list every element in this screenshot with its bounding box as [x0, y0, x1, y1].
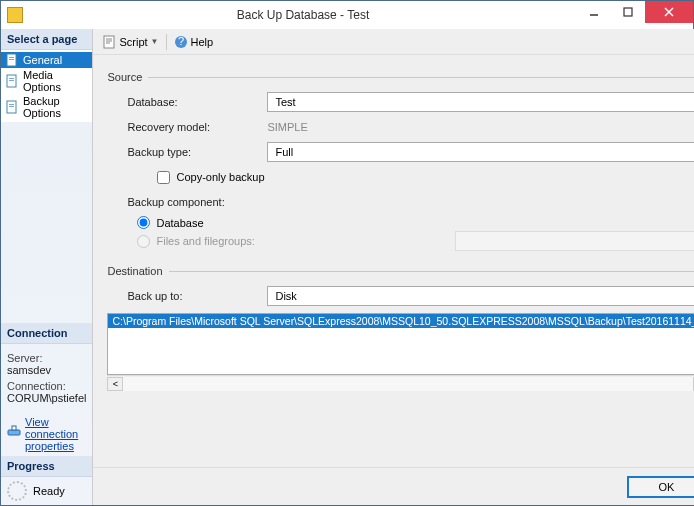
sidebar-item-label: Media Options — [23, 69, 88, 93]
database-select[interactable]: Test — [267, 92, 694, 112]
sidebar: Select a page General Media Options Back… — [1, 29, 93, 505]
content: Source Database: Test Recovery model: SI… — [93, 55, 694, 467]
divider — [169, 271, 694, 272]
database-label: Database: — [127, 96, 267, 108]
horizontal-scrollbar[interactable]: < > — [107, 375, 694, 391]
progress-spinner-icon — [7, 481, 27, 501]
copy-only-checkbox[interactable] — [157, 171, 170, 184]
page-icon — [5, 53, 19, 67]
svg-rect-9 — [9, 80, 14, 81]
connection-label: Connection: — [7, 380, 86, 392]
svg-text:?: ? — [177, 35, 183, 47]
help-icon: ? — [174, 35, 188, 49]
svg-rect-1 — [624, 8, 632, 16]
page-icon — [5, 74, 19, 88]
toolbar: Script ▼ ? Help — [93, 29, 694, 55]
destination-label: Destination — [107, 265, 162, 277]
svg-rect-12 — [9, 106, 14, 107]
destination-item[interactable]: C:\Program Files\Microsoft SQL Server\SQ… — [108, 314, 694, 328]
filegroups-input — [455, 231, 694, 251]
sidebar-item-backup-options[interactable]: Backup Options — [1, 94, 92, 120]
script-icon — [102, 35, 116, 49]
svg-rect-6 — [9, 59, 14, 60]
window-title: Back Up Database - Test — [29, 8, 577, 22]
ok-button[interactable]: OK — [627, 476, 694, 498]
svg-rect-13 — [8, 430, 20, 435]
server-label: Server: — [7, 352, 86, 364]
chevron-down-icon: ▼ — [151, 37, 159, 46]
backup-component-label: Backup component: — [127, 196, 267, 208]
svg-rect-11 — [9, 104, 14, 105]
page-list: General Media Options Backup Options — [1, 50, 92, 122]
window-controls — [577, 1, 693, 29]
connection-block: Server: samsdev Connection: CORUM\pstief… — [1, 344, 92, 456]
source-label: Source — [107, 71, 142, 83]
sidebar-header: Select a page — [1, 29, 92, 50]
copy-only-label: Copy-only backup — [176, 171, 264, 183]
body: Select a page General Media Options Back… — [1, 29, 693, 505]
sidebar-item-label: General — [23, 54, 62, 66]
sidebar-item-label: Backup Options — [23, 95, 88, 119]
scroll-left-icon[interactable]: < — [107, 377, 123, 391]
script-button[interactable]: Script ▼ — [99, 33, 161, 51]
sidebar-item-media-options[interactable]: Media Options — [1, 68, 92, 94]
radio-filegroups — [137, 235, 150, 248]
progress-row: Ready — [1, 477, 92, 505]
connection-icon — [7, 424, 21, 438]
script-label: Script — [119, 36, 147, 48]
radio-filegroups-label: Files and filegroups: — [156, 235, 254, 247]
source-group: Source — [107, 71, 694, 83]
radio-database[interactable] — [137, 216, 150, 229]
svg-rect-15 — [104, 36, 114, 48]
progress-status: Ready — [33, 485, 65, 497]
help-button[interactable]: ? Help — [171, 33, 217, 51]
connection-header: Connection — [1, 323, 92, 344]
backup-type-label: Backup type: — [127, 146, 267, 158]
backup-to-select[interactable]: Disk — [267, 286, 694, 306]
main: Script ▼ ? Help Source Database: — [93, 29, 694, 505]
sidebar-spacer — [1, 122, 92, 323]
backup-dialog: Back Up Database - Test Select a page Ge… — [0, 0, 694, 506]
divider — [148, 77, 694, 78]
recovery-label: Recovery model: — [127, 121, 267, 133]
radio-database-label: Database — [156, 217, 203, 229]
destination-list[interactable]: C:\Program Files\Microsoft SQL Server\SQ… — [107, 313, 694, 375]
svg-rect-5 — [9, 57, 14, 58]
help-label: Help — [191, 36, 214, 48]
progress-header: Progress — [1, 456, 92, 477]
scroll-track[interactable] — [123, 377, 693, 391]
page-icon — [5, 100, 19, 114]
maximize-button[interactable] — [611, 1, 645, 23]
app-icon — [7, 7, 23, 23]
close-button[interactable] — [645, 1, 693, 23]
recovery-value: SIMPLE — [267, 121, 694, 133]
svg-rect-14 — [12, 426, 16, 430]
view-connection-link[interactable]: View connection properties — [25, 416, 86, 452]
titlebar: Back Up Database - Test — [1, 1, 693, 29]
destination-group: Destination — [107, 265, 694, 277]
connection-value: CORUM\pstiefel — [7, 392, 86, 404]
svg-rect-8 — [9, 78, 14, 79]
minimize-button[interactable] — [577, 1, 611, 23]
footer: OK Cancel — [93, 467, 694, 505]
server-value: samsdev — [7, 364, 86, 376]
sidebar-item-general[interactable]: General — [1, 52, 92, 68]
backup-to-label: Back up to: — [127, 290, 267, 302]
backup-type-select[interactable]: Full — [267, 142, 694, 162]
